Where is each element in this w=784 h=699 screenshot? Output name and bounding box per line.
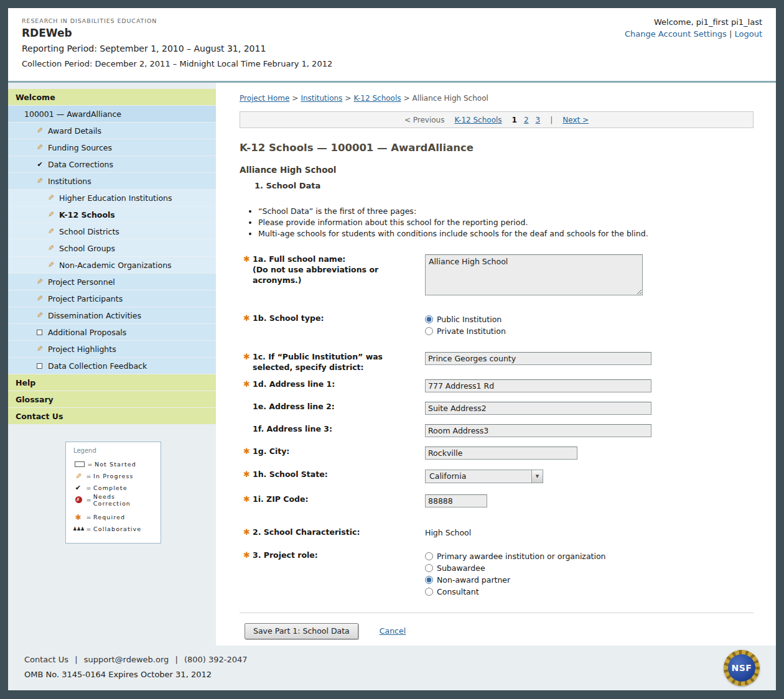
- sidebar-item-help[interactable]: Help: [8, 374, 216, 391]
- radio-option-label: Non-award partner: [437, 575, 510, 585]
- sidebar-item-project-personnel[interactable]: ✎Project Personnel: [8, 274, 216, 290]
- form-row-state: ✱ 1h. School State: California ▼: [243, 470, 754, 483]
- breadcrumb-item-institutions[interactable]: Institutions: [301, 94, 342, 103]
- sidebar-item-award-details[interactable]: ✎Award Details: [8, 123, 216, 139]
- sidebar-item-k-12-schools[interactable]: ✎K-12 Schools: [8, 206, 216, 223]
- breadcrumb-item-k-12-schools[interactable]: K-12 Schools: [353, 94, 401, 103]
- project-role-option-non-award-partner[interactable]: Non-award partner: [425, 574, 754, 586]
- project-role-radio[interactable]: [425, 564, 433, 572]
- zip-code-input[interactable]: [425, 494, 487, 507]
- logout-link[interactable]: Logout: [734, 29, 762, 39]
- sidebar-item-label: Additional Proposals: [48, 328, 126, 337]
- sidebar-item-glossary[interactable]: Glossary: [8, 391, 216, 407]
- sidebar-item-project-highlights[interactable]: ✎Project Highlights: [8, 341, 216, 357]
- school-type-option-public-institution[interactable]: Public Institution: [425, 313, 754, 325]
- needs-correction-icon: ✗: [73, 496, 83, 503]
- breadcrumb-item-project-home[interactable]: Project Home: [240, 94, 289, 103]
- footer: Contact Us | support@rdeweb.org | (800) …: [8, 646, 776, 690]
- legend-entry-label: Required: [93, 514, 125, 521]
- footer-support-email[interactable]: support@rdeweb.org: [84, 655, 169, 664]
- pencil-icon: ✎: [35, 143, 44, 152]
- school-characteristic-value: High School: [425, 527, 754, 537]
- sidebar-item-non-academic-organizations[interactable]: ✎Non-Academic Organizations: [8, 257, 216, 273]
- sidebar-item-contact-us[interactable]: Contact Us: [8, 408, 216, 424]
- project-role-radio[interactable]: [425, 576, 433, 584]
- required-asterisk-icon: ✱: [243, 447, 253, 457]
- sidebar-item-data-collection-feedback[interactable]: Data Collection Feedback: [8, 358, 216, 374]
- school-type-radio[interactable]: [425, 327, 433, 335]
- sidebar-item-label: Award Details: [48, 126, 101, 136]
- required-asterisk-icon: ✱: [243, 379, 253, 390]
- link-separator: |: [729, 29, 732, 39]
- sidebar-item-label: Institutions: [48, 177, 91, 186]
- sidebar-item-100001-awardalliance[interactable]: 100001 — AwardAlliance: [8, 106, 216, 122]
- project-role-option-subawardee[interactable]: Subawardee: [425, 562, 754, 574]
- legend-entry-label: Collaborative: [93, 525, 141, 532]
- radio-option-label: Subawardee: [437, 563, 485, 573]
- school-type-radio[interactable]: [425, 315, 433, 323]
- sidebar-item-school-districts[interactable]: ✎School Districts: [8, 223, 216, 239]
- legend-entry-label: Complete: [93, 484, 128, 491]
- pager-group-link[interactable]: K-12 Schools: [454, 116, 502, 124]
- next-page-link[interactable]: Next >: [562, 116, 589, 124]
- project-role-option-primary-awardee-institution-or-organization[interactable]: Primary awardee institution or organizat…: [425, 550, 754, 562]
- legend-entry-required: ✱=Required: [73, 511, 154, 523]
- city-input[interactable]: [425, 447, 577, 460]
- sidebar-item-school-groups[interactable]: ✎School Groups: [8, 240, 216, 256]
- footer-phone: (800) 392-2047: [184, 655, 248, 664]
- collaborative-people-icon: ♟♟♟: [73, 526, 83, 532]
- form-row-zip: ✱ 1i. ZIP Code:: [243, 494, 754, 507]
- info-bullet: “School Data” is the first of three page…: [258, 206, 754, 216]
- equals-sign: =: [85, 525, 93, 532]
- form-actions: Save Part 1: School Data Cancel: [245, 623, 754, 639]
- not-started-square-icon: [37, 330, 42, 335]
- nsf-logo: NSF: [724, 650, 760, 686]
- school-state-select[interactable]: California ▼: [425, 470, 543, 483]
- sidebar-item-project-participants[interactable]: ✎Project Participants: [8, 290, 216, 307]
- project-role-radio[interactable]: [425, 588, 433, 596]
- not-started-square-icon: [75, 461, 85, 467]
- form-row-district: ✱ 1c. If “Public Institution” was select…: [243, 352, 754, 373]
- chevron-down-icon: ▼: [531, 470, 543, 483]
- save-part1-button[interactable]: Save Part 1: School Data: [245, 623, 358, 639]
- sidebar-item-dissemination-activities[interactable]: ✎Dissemination Activities: [8, 307, 216, 323]
- required-asterisk-icon: ✱: [243, 527, 253, 538]
- pager-page-link-3[interactable]: 3: [536, 116, 541, 124]
- pencil-icon: ✎: [35, 311, 44, 320]
- sidebar-item-higher-education-institutions[interactable]: ✎Higher Education Institutions: [8, 190, 216, 206]
- radio-option-label: Private Institution: [437, 326, 506, 336]
- field-label-1f: 1f. Address line 3:: [253, 424, 332, 435]
- selected-state-value: California: [426, 471, 531, 481]
- footer-separator: |: [75, 655, 77, 664]
- sidebar-item-institutions[interactable]: ✎Institutions: [8, 173, 216, 189]
- school-type-option-private-institution[interactable]: Private Institution: [425, 325, 754, 337]
- breadcrumb-separator: >: [292, 94, 298, 103]
- full-school-name-textarea[interactable]: Alliance High School: [425, 254, 643, 295]
- sidebar-item-additional-proposals[interactable]: Additional Proposals: [8, 324, 216, 340]
- project-role-radio[interactable]: [425, 552, 433, 560]
- sidebar-item-data-corrections[interactable]: ✔Data Corrections: [8, 156, 216, 172]
- project-role-option-consultant[interactable]: Consultant: [425, 586, 754, 598]
- sidebar-item-welcome[interactable]: Welcome: [8, 89, 216, 105]
- form-row-project-role: ✱ 3. Project role: Primary awardee insti…: [243, 550, 754, 598]
- address-line-3-input[interactable]: [425, 424, 651, 437]
- address-line-1-input[interactable]: [425, 379, 651, 392]
- field-label-3: 3. Project role:: [253, 550, 318, 561]
- district-input[interactable]: [425, 352, 651, 365]
- form-row-full-school-name: ✱ 1a. Full school name: (Do not use abbr…: [243, 254, 754, 297]
- change-account-settings-link[interactable]: Change Account Settings: [625, 29, 727, 39]
- address-line-2-input[interactable]: [425, 402, 651, 415]
- sidebar-item-label: School Groups: [59, 244, 115, 253]
- footer-omb-text: OMB No. 3145-0164 Expires October 31, 20…: [24, 670, 760, 679]
- breadcrumb-item-alliance-high-school: Alliance High School: [413, 94, 488, 103]
- pager-page-link-2[interactable]: 2: [524, 116, 529, 124]
- main-content: Project Home>Institutions>K-12 Schools>A…: [216, 83, 776, 646]
- footer-contact-us-link[interactable]: Contact Us: [24, 655, 68, 664]
- cancel-link[interactable]: Cancel: [380, 626, 406, 636]
- sidebar-item-label: 100001 — AwardAlliance: [24, 109, 121, 119]
- sidebar-item-label: Welcome: [16, 93, 55, 102]
- required-asterisk-icon: ✱: [243, 494, 253, 505]
- sidebar-item-funding-sources[interactable]: ✎Funding Sources: [8, 139, 216, 155]
- sidebar-item-label: Project Participants: [48, 294, 123, 303]
- pencil-icon: ✎: [47, 193, 55, 202]
